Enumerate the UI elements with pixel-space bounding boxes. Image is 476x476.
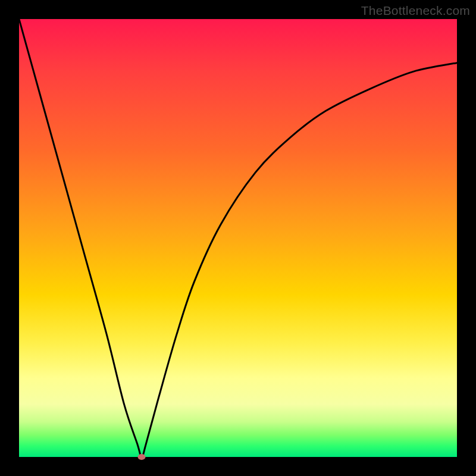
chart-marker — [138, 454, 146, 460]
chart-gradient-bg — [19, 19, 457, 457]
watermark-text: TheBottleneck.com — [361, 4, 470, 18]
chart-frame: TheBottleneck.com — [0, 0, 476, 476]
